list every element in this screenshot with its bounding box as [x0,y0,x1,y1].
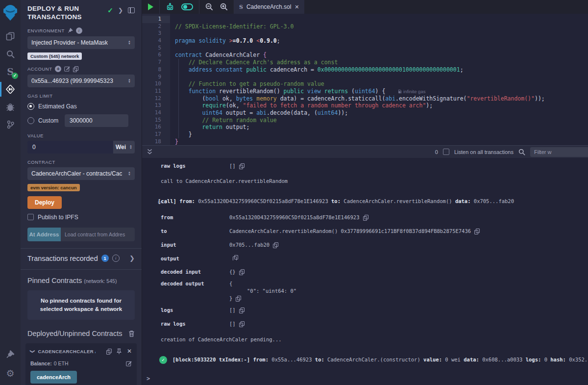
settings-gear-icon[interactable]: ⚙ [0,364,21,382]
terminal-prompt[interactable]: > [147,375,150,382]
publish-ipfs-checkbox[interactable] [27,214,34,220]
code-line[interactable]: return output; [175,124,588,131]
code-line[interactable]: address constant public cadenceArch = 0x… [175,66,588,74]
estimated-gas-option[interactable]: Estimated Gas [27,103,135,110]
code-line[interactable]: uint64 output = abi.decode(data, (uint64… [175,109,588,117]
code-line[interactable]: pragma solidity >=0.7.0 <0.9.0; [175,37,588,45]
ai-assistant-robot-icon[interactable] [166,2,174,11]
value-input[interactable] [27,141,113,154]
copy-icon[interactable] [236,296,241,301]
search-icon[interactable] [0,45,21,63]
terminal-row[interactable]: output [142,255,588,262]
line-number: 4 [142,37,170,45]
code-line[interactable] [175,74,588,81]
environment-info-icon[interactable]: i [76,27,82,34]
contract-select[interactable]: CadenceArchCaler - contracts/Cac ▲▼ [27,167,135,180]
environment-select[interactable]: Injected Provider - MetaMask ▲▼ [27,36,135,49]
code-line[interactable] [175,30,588,37]
edit-balance-icon[interactable] [126,360,132,366]
line-number: 17 [142,131,170,138]
copy-address-icon[interactable] [106,349,111,354]
custom-gas-input[interactable] [65,114,128,127]
code-line[interactable] [175,45,588,52]
terminal-row[interactable]: logs[] [142,307,588,314]
close-contract-icon[interactable]: ✕ [127,348,132,355]
tab-cadencearch-sol[interactable]: S CadenceArch.sol ✕ [234,0,304,14]
terminal-row[interactable]: input0x705...fab20 [142,241,588,249]
value-unit-select[interactable]: Wei ▲▼ [113,141,135,154]
ai-toggle-switch[interactable] [181,3,193,10]
git-icon[interactable] [0,116,21,133]
copy-icon[interactable] [273,242,278,248]
copy-icon[interactable] [233,255,238,260]
copy-account-icon[interactable] [73,66,78,72]
code-line[interactable]: (bool ok, bytes memory data) = cadenceAr… [175,95,588,103]
trash-icon[interactable] [128,330,135,337]
deploy-button[interactable]: Deploy [27,196,62,209]
expand-terminal-icon[interactable] [147,149,152,155]
copy-icon[interactable] [239,163,244,169]
code-editor[interactable]: 123456789101112131415161718 // SPDX-Lice… [142,14,588,145]
terminal-row[interactable]: raw logs[] [142,162,588,170]
copy-icon[interactable] [239,308,244,313]
terminal-row[interactable]: toCadenceArchCaler.revertibleRandom() 0x… [142,228,588,235]
pin-panel-icon[interactable] [128,7,135,13]
terminal-row[interactable]: call[call] from: 0x55a1320D432759960C5Df… [142,198,588,206]
terminal-row[interactable]: raw logs[] [142,320,588,328]
chevron-down-icon[interactable]: ❯ [30,349,35,353]
terminal-field-value: [] [229,162,236,170]
code-line[interactable]: // Declare Cadence Arch's address as a c… [175,59,588,66]
at-address-input[interactable] [61,228,135,241]
terminal-row[interactable]: decoded output{"0": "uint64: 0"} [142,280,588,302]
copy-icon[interactable] [239,269,244,275]
transactions-recorded-row[interactable]: Transactions recorded 1 i ❯ [27,255,135,262]
terminal-row[interactable]: ✓[block:5033220 txIndex:-] from: 0x55a..… [142,356,588,364]
at-address-button[interactable]: At Address [27,228,61,241]
code-line[interactable]: function revertibleRandom() public view … [175,88,588,95]
listen-checkbox[interactable] [443,149,449,155]
solidity-compiler-icon[interactable]: S ✓ [0,63,21,80]
plugin-manager-icon[interactable] [0,346,21,363]
debugger-icon[interactable] [0,98,21,116]
estimated-gas-radio[interactable] [27,103,34,110]
transactions-info-icon[interactable]: i [112,255,120,262]
code-line[interactable]: // Function to get a pseudo-random value [175,80,588,88]
collapse-panel-icon[interactable]: ❯ [118,7,123,14]
code-line[interactable]: // SPDX-License-Identifier: GPL-3.0 [175,23,588,30]
code-line[interactable]: // Return random value [175,117,588,124]
code-line[interactable] [175,16,588,23]
publish-ipfs-option[interactable]: Publish to IPFS [27,214,135,221]
edit-account-icon[interactable] [64,66,70,72]
add-account-icon[interactable]: + [55,66,61,72]
cadencearch-function-button[interactable]: cadenceArch [30,371,77,384]
zoom-in-icon[interactable] [220,3,228,11]
pin-icon[interactable] [116,348,122,355]
code-line[interactable]: } [175,131,588,138]
copy-icon[interactable] [474,229,479,234]
run-script-icon[interactable] [148,3,153,10]
gas-limit-label: GAS LIMIT [27,93,135,99]
account-select[interactable]: 0x55a...46923 (999.999945323 ▲▼ [27,75,135,87]
custom-gas-radio[interactable] [27,117,34,124]
chevron-right-icon[interactable]: ❯ [129,255,135,262]
code-line[interactable]: require(ok, "failed to fetch a random nu… [175,102,588,109]
close-tab-icon[interactable]: ✕ [294,4,299,10]
terminal-output[interactable]: > raw logs[]call to CadenceArchCaler.rev… [142,158,588,385]
terminal-row[interactable]: decoded input{} [142,268,588,276]
code-line[interactable]: contract CadenceArchCaler { [175,51,588,59]
terminal-search-icon[interactable] [518,149,525,155]
terminal-row[interactable]: creation of CadenceArchCaler pending... [142,336,588,343]
custom-gas-option[interactable]: Custom [27,114,135,127]
terminal-filter-input[interactable] [530,147,588,157]
deploy-run-icon[interactable] [0,80,21,98]
terminal-row[interactable]: call to CadenceArchCaler.revertibleRando… [142,178,588,185]
zoom-out-icon[interactable] [205,3,213,11]
panel-title: DEPLOY & RUN TRANSACTIONS [27,5,101,22]
terminal-row[interactable]: from0x55a1320D432759960C5Df0215a8dF78e1E… [142,214,588,221]
file-explorer-icon[interactable] [0,27,21,45]
terminal-field-value: [] [229,320,236,328]
copy-icon[interactable] [239,321,244,327]
copy-icon[interactable] [363,215,368,220]
fork-icon[interactable] [68,28,73,33]
code-line[interactable]: } [175,138,588,145]
